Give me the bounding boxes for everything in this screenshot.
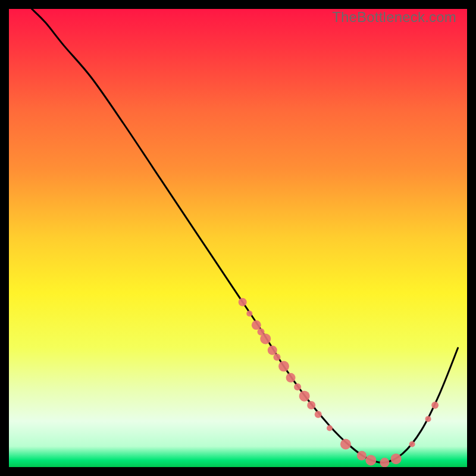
gpu-marker xyxy=(278,361,289,372)
gpu-marker xyxy=(268,346,277,355)
gpu-marker xyxy=(299,391,310,402)
gpu-marker xyxy=(315,411,322,418)
gpu-marker xyxy=(365,455,376,465)
gpu-marker xyxy=(340,439,351,450)
gpu-marker xyxy=(294,383,301,390)
chart-frame: TheBottleneck.com xyxy=(9,9,467,467)
gpu-marker xyxy=(260,333,271,344)
gpu-marker xyxy=(380,458,389,467)
gpu-marker xyxy=(239,298,247,306)
gpu-marker xyxy=(307,401,315,409)
gradient-background xyxy=(9,9,467,467)
gpu-marker xyxy=(431,402,439,409)
gpu-marker xyxy=(286,373,296,383)
gpu-marker xyxy=(425,416,431,422)
gpu-marker xyxy=(327,425,333,431)
gpu-marker xyxy=(252,320,261,330)
gpu-marker xyxy=(391,453,402,464)
gpu-marker xyxy=(357,451,367,461)
bottleneck-plot xyxy=(9,9,467,467)
watermark-text: TheBottleneck.com xyxy=(332,9,456,26)
gpu-marker xyxy=(246,311,252,317)
gpu-marker xyxy=(409,441,415,447)
gpu-marker xyxy=(273,353,280,361)
